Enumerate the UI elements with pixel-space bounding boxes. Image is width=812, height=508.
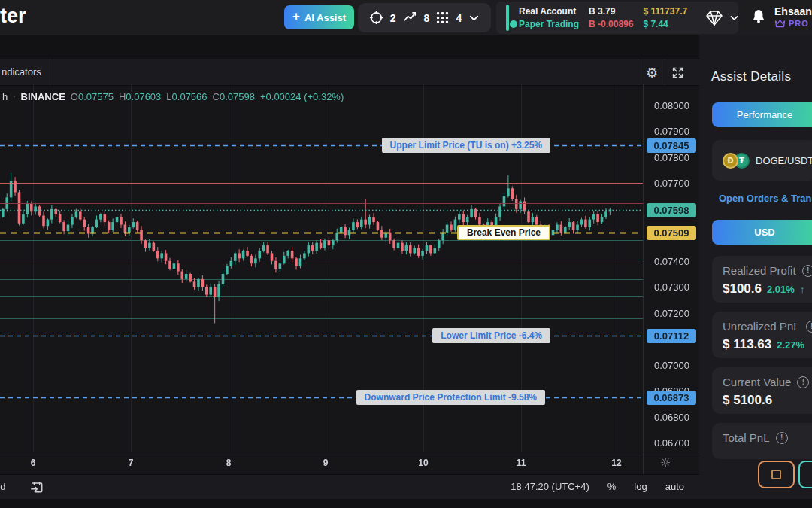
- info-icon[interactable]: !: [797, 376, 809, 388]
- ohlc-legend: h · BINANCE O0.07575 H0.07603 L0.07566 C…: [2, 91, 344, 102]
- panel-title: Assist Details: [711, 69, 791, 84]
- low-value: 0.07566: [172, 91, 208, 102]
- username: Ehsaan: [774, 5, 812, 17]
- orange-action-button[interactable]: [758, 461, 795, 488]
- paper-trading-label[interactable]: Paper Trading: [519, 19, 579, 29]
- account-toggle-icon[interactable]: [506, 5, 509, 31]
- time-axis-label: 8: [226, 458, 232, 468]
- ai-assist-label: AI Assist: [304, 12, 346, 23]
- app-logo[interactable]: ter: [0, 5, 26, 28]
- open-value: 0.07575: [78, 91, 114, 102]
- close-value: 0.07598: [220, 91, 255, 102]
- auto-scale-toggle[interactable]: auto: [665, 481, 684, 492]
- open-label: O: [71, 91, 78, 102]
- grid-count: 4: [456, 12, 462, 24]
- notifications-bell-icon[interactable]: [752, 9, 765, 24]
- divider: [50, 59, 50, 85]
- time-axis[interactable]: ☼ 6789101112: [0, 452, 699, 475]
- chart-settings-gear-icon[interactable]: ⚙: [641, 62, 663, 83]
- open-orders-link[interactable]: Open Orders & Trans: [719, 193, 812, 204]
- indicators-button[interactable]: ndicators: [2, 66, 41, 78]
- crosshair-count: 2: [390, 12, 396, 24]
- price-axis-label: 0.07400: [644, 256, 700, 267]
- stat-label: Realized Profit: [723, 264, 796, 277]
- interval-button[interactable]: 1d: [0, 481, 5, 492]
- chart-level-label[interactable]: Lower Limit Price -6.4%: [432, 328, 550, 343]
- chart-toolbar: ndicators ⚙: [0, 59, 699, 86]
- stat-realized-profit: Realized Profit! $100.62.01%↑: [712, 256, 812, 303]
- info-icon[interactable]: !: [806, 321, 812, 333]
- stat-total-pnl: Total PnL!: [712, 423, 812, 459]
- log-scale-toggle[interactable]: log: [634, 481, 647, 492]
- low-label: L: [166, 91, 171, 102]
- chevron-down-icon[interactable]: [468, 12, 480, 23]
- up-arrow-icon: ↑: [800, 284, 805, 295]
- trend-icon[interactable]: [403, 11, 417, 25]
- grid-icon[interactable]: [436, 11, 449, 24]
- stat-delta: 2.01%: [767, 284, 795, 295]
- usd-balance: $ 111737.7: [643, 6, 687, 17]
- separator-dot: ·: [13, 93, 15, 101]
- timeframe-label[interactable]: h: [2, 91, 8, 102]
- exchange-label[interactable]: BINANCE: [21, 91, 65, 102]
- crown-icon: [774, 19, 786, 28]
- performance-button[interactable]: Performance: [712, 102, 812, 127]
- divider: [665, 59, 665, 85]
- time-axis-label: 11: [517, 458, 526, 468]
- assist-counters[interactable]: 2 8 4: [358, 3, 491, 32]
- info-icon[interactable]: !: [776, 432, 788, 444]
- stat-label: Current Value: [723, 376, 791, 388]
- price-axis-label: 0.07200: [644, 308, 700, 319]
- time-axis-label: 6: [31, 458, 36, 468]
- teal-action-button[interactable]: [798, 461, 812, 488]
- price-axis-badge: 0.07112: [647, 329, 696, 343]
- stat-label: Total PnL: [723, 431, 770, 444]
- time-axis-label: 12: [611, 458, 621, 468]
- account-switcher[interactable]: Real Account Paper Trading B 3.79 B -0.0…: [496, 2, 738, 34]
- doge-coin-icon: Đ: [723, 153, 738, 169]
- user-menu[interactable]: Ehsaan PRO: [774, 5, 812, 28]
- chart-bottom-toolbar: 1d 18:47:20 (UTC+4) % log auto: [0, 474, 699, 500]
- high-label: H: [119, 91, 126, 102]
- price-axis-label: 0.08000: [644, 100, 700, 111]
- crosshair-icon[interactable]: [369, 11, 383, 25]
- clock-label[interactable]: 18:47:20 (UTC+4): [511, 481, 589, 492]
- usd-button[interactable]: USD: [712, 220, 812, 245]
- chart-level-label[interactable]: Downward Price Protection Limit -9.58%: [356, 390, 545, 405]
- price-axis[interactable]: 0.080000.079000.078000.077000.074000.073…: [643, 84, 700, 452]
- topbar: ter + AI Assist 2 8 4: [0, 0, 812, 36]
- stat-value: $ 113.63: [723, 337, 771, 352]
- price-axis-badge: 0.07509: [647, 226, 696, 240]
- trading-app: ter + AI Assist 2 8 4: [0, 0, 812, 508]
- stat-current-value: Current Value! $ 5100.6: [712, 367, 812, 414]
- footer-strip: [0, 499, 812, 508]
- stat-value: $ 5100.6: [723, 393, 772, 408]
- percent-scale-toggle[interactable]: %: [607, 481, 617, 492]
- chart-level-label[interactable]: Break Even Price: [457, 225, 550, 240]
- chart-level-label[interactable]: Upper Limit Price (TU is on) +3.25%: [382, 138, 550, 153]
- ai-assist-button[interactable]: + AI Assist: [284, 5, 354, 29]
- time-axis-label: 9: [323, 458, 329, 468]
- pair-card[interactable]: Đ ₮ DOGE/USDT: [712, 140, 812, 181]
- price-axis-label: 0.07300: [644, 281, 700, 293]
- go-to-date-icon[interactable]: [30, 480, 44, 494]
- fullscreen-icon[interactable]: [667, 63, 688, 81]
- pair-name: DOGE/USDT: [756, 155, 812, 166]
- axis-settings-sun-icon[interactable]: ☼: [660, 455, 671, 470]
- info-icon[interactable]: !: [802, 265, 812, 277]
- price-axis-label: 0.07900: [644, 126, 700, 137]
- close-label: C: [213, 91, 220, 102]
- real-account-label[interactable]: Real Account: [519, 6, 579, 17]
- price-axis-label: 0.07000: [644, 360, 700, 371]
- btc-balance: B 3.79: [589, 6, 633, 17]
- price-axis-label: 0.06800: [644, 412, 700, 423]
- divider: [638, 59, 638, 85]
- time-axis-label: 7: [129, 458, 134, 468]
- stat-value: $100.6: [723, 281, 762, 297]
- diamond-menu[interactable]: [705, 10, 739, 26]
- price-axis-label: 0.06700: [644, 437, 700, 449]
- price-axis-label: 0.07700: [644, 178, 700, 189]
- assist-details-panel: Assist Details Performance Đ ₮ DOGE/USDT…: [699, 35, 812, 499]
- chevron-down-icon: [729, 13, 739, 23]
- usd-change: $ 7.44: [643, 19, 687, 29]
